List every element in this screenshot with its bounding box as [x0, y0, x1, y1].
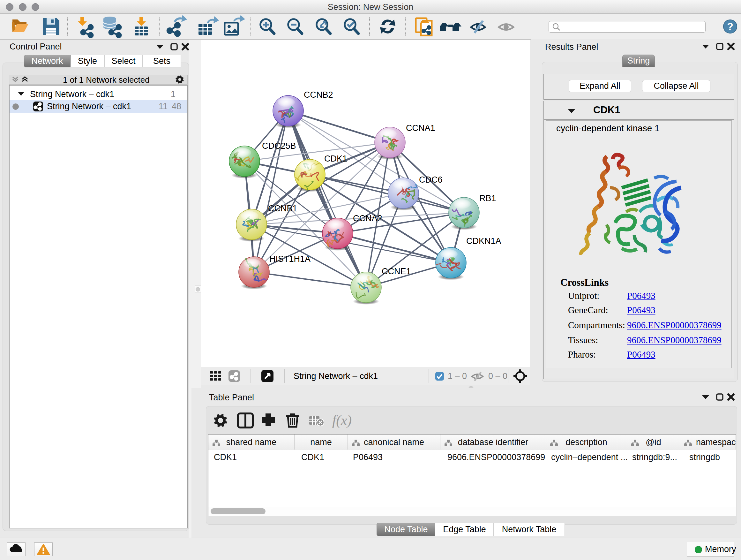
svg-text:HIST1H1A: HIST1H1A	[269, 254, 311, 264]
svg-text:?: ?	[727, 21, 733, 32]
svg-text:CCNA1: CCNA1	[406, 123, 435, 133]
svg-text:RB1: RB1	[479, 193, 496, 203]
svg-text:CDK1: CDK1	[324, 154, 347, 164]
svg-text:f(x): f(x)	[332, 413, 352, 428]
svg-text:CCNB2: CCNB2	[304, 90, 333, 100]
svg-text:CCNA2: CCNA2	[353, 213, 382, 223]
svg-text:CCNE1: CCNE1	[382, 266, 411, 276]
svg-text:CCNB1: CCNB1	[268, 204, 297, 213]
svg-text:CDC6: CDC6	[419, 175, 443, 185]
svg-text:CDKN1A: CDKN1A	[466, 236, 501, 246]
svg-text:CDC25B: CDC25B	[262, 141, 296, 151]
